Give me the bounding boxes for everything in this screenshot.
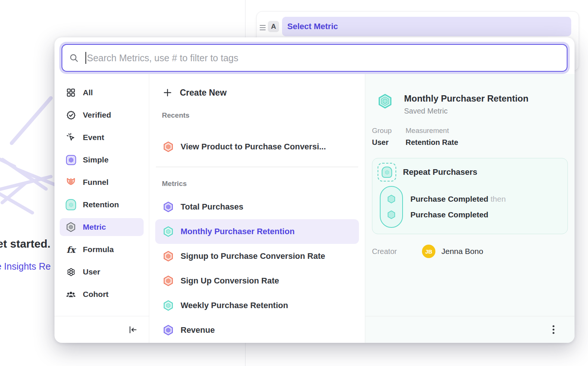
formula-fx-icon: fx [66,244,76,255]
search-input[interactable] [87,53,560,63]
creator-row: Creator JB Jenna Bono [372,245,568,258]
metric-hexagon-icon [163,201,174,213]
detail-footer [365,316,575,343]
collapse-left-icon [128,325,138,335]
decorative-line [0,192,35,215]
filter-sidebar: All Verified [54,74,149,343]
plus-icon [163,88,172,97]
creator-avatar: JB [422,245,435,258]
background-heading-partial: et started. [0,238,50,250]
sidebar-item-label: Metric [83,223,106,232]
retention-metric-icon [163,300,174,311]
detail-info: Group User Measurement Retention Rate [372,127,568,147]
funnel-metric-icon [163,141,174,152]
simple-hexagon-icon [66,155,76,165]
metric-item-label: Monthly Purchaser Retention [181,227,295,236]
sidebar-item-verified[interactable]: Verified [60,106,144,124]
more-options-button[interactable] [547,323,560,336]
metric-item[interactable]: Weekly Purchase Retention [155,293,359,318]
sidebar-item-label: All [83,88,93,97]
funnel-metric-icon [163,275,174,286]
sidebar-item-label: User [83,267,100,276]
sidebar-item-label: Retention [83,200,119,209]
retention-arch-icon [66,199,76,210]
sidebar-item-label: Cohort [83,290,109,299]
metric-detail-panel: Monthly Purchaser Retention Saved Metric… [365,74,575,343]
group-value: User [372,138,406,147]
sidebar-item-label: Simple [83,155,109,164]
sidebar-item-retention[interactable]: Retention [60,196,144,214]
sidebar-item-all[interactable]: All [60,84,144,102]
collapse-sidebar-button[interactable] [126,323,139,336]
select-metric-button[interactable]: Select Metric [282,17,571,36]
search-focus-ring [59,42,570,74]
metric-hexagon-icon [66,222,76,232]
funnel-metric-icon [163,251,174,262]
detail-title: Monthly Purchaser Retention [404,93,528,104]
metric-item-selected[interactable]: Monthly Purchaser Retention [155,219,359,244]
metric-item-label: Weekly Purchase Retention [181,301,288,310]
metric-hexagon-icon [163,325,174,336]
group-label: Group [372,127,406,135]
verified-badge-icon [66,110,76,120]
metric-item[interactable]: Total Purchases [155,195,359,219]
metric-slot-badge: A [268,21,279,32]
metric-item-label: Revenue [181,325,215,335]
sidebar-item-label: Verified [83,111,111,120]
sidebar-item-event[interactable]: Event [60,128,144,146]
sidebar-item-simple[interactable]: Simple [60,151,144,169]
cursor-click-icon [66,132,76,143]
sidebar-item-label: Formula [83,245,114,254]
detail-subtitle: Saved Metric [404,107,528,115]
drag-handle-icon[interactable] [260,25,266,30]
retention-definition-icon [378,163,396,182]
sidebar-item-cohort[interactable]: Cohort [60,285,144,303]
saved-metric-icon [377,93,393,109]
definition-step-2: Purchase Completed [410,209,506,220]
sidebar-item-user[interactable]: User [60,263,144,281]
sidebar-item-funnel[interactable]: Funnel [60,173,144,191]
background-insights-link-partial[interactable]: e Insights Re [0,261,51,272]
creator-name: Jenna Bono [441,247,483,256]
text-caret [85,52,86,64]
funnel-hexagon-icon [66,177,76,187]
section-divider [156,167,358,167]
measurement-value: Retention Rate [406,138,458,147]
metric-item[interactable]: Revenue [155,318,359,342]
sidebar-footer [54,316,149,343]
cohort-people-icon [66,289,76,300]
recents-heading: Recents [155,111,359,121]
definition-step-1: Purchase Completed then [410,193,506,205]
definition-card: Repeat Purchasers Purchase Completed the… [372,158,568,234]
sidebar-item-formula[interactable]: fx Formula [60,241,144,258]
measurement-label: Measurement [406,127,458,135]
recent-item[interactable]: View Product to Purchase Conversi... [155,134,359,159]
retention-metric-icon [163,226,174,237]
metric-list-panel: Create New Recents View Product to Purch… [149,74,365,343]
creator-label: Creator [372,247,422,256]
sidebar-item-label: Funnel [83,178,109,187]
definition-name: Repeat Purchasers [403,167,477,177]
create-new-button[interactable]: Create New [155,83,359,102]
event-hexagon-icon [387,194,396,204]
decorative-line [9,95,53,146]
grid-icon [66,87,76,98]
metrics-heading: Metrics [155,180,359,189]
select-metric-label: Select Metric [287,22,338,31]
sidebar-item-label: Event [83,133,104,142]
sidebar-item-metric[interactable]: Metric [60,218,144,236]
metric-item-label: Sign Up Conversion Rate [181,276,279,286]
metric-item-label: Total Purchases [181,202,243,212]
metric-item-label: Signup to Purchase Conversion Rate [181,251,325,261]
user-cluster-icon [66,267,76,277]
event-hexagon-icon [387,210,396,220]
create-new-label: Create New [180,88,226,98]
metric-item[interactable]: Signup to Purchase Conversion Rate [155,244,359,269]
search-box[interactable] [62,44,567,72]
metric-picker-modal: All Verified [54,37,575,343]
event-sequence-capsule [380,186,403,228]
metric-item[interactable]: Sign Up Conversion Rate [155,269,359,293]
recent-item-label: View Product to Purchase Conversi... [181,142,326,152]
search-icon [69,53,79,63]
